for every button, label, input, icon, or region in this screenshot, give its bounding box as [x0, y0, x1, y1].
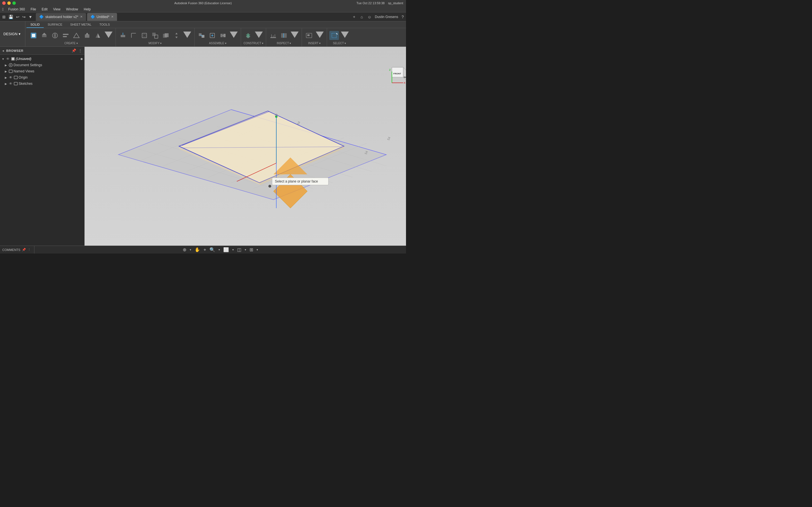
- browser-pin-btn[interactable]: 📌: [71, 48, 76, 53]
- menu-fusion360[interactable]: Fusion 360: [6, 7, 27, 12]
- modify-combine-btn[interactable]: [161, 31, 170, 40]
- tree-item-doc-settings[interactable]: ▶ Document Settings: [0, 62, 84, 68]
- sketches-eye-icon: 👁: [8, 81, 13, 86]
- inspect-measure-btn[interactable]: [268, 31, 278, 40]
- tree-item-origin[interactable]: ▶ 👁 Origin: [0, 74, 84, 80]
- svg-marker-12: [96, 33, 98, 38]
- construct-dropdown-btn[interactable]: [254, 31, 264, 40]
- inspect-dropdown-btn[interactable]: [290, 31, 299, 40]
- tab-untitled-icon: 🔷: [91, 15, 95, 19]
- save-btn[interactable]: 💾: [7, 14, 14, 20]
- visual-style-btn[interactable]: ◫: [237, 246, 242, 253]
- select-window-btn[interactable]: [329, 31, 339, 40]
- assemble-dropdown-btn[interactable]: [229, 31, 239, 40]
- redo-btn[interactable]: ↪: [21, 14, 27, 20]
- svg-marker-14: [105, 32, 112, 38]
- modify-scale-btn[interactable]: [150, 31, 160, 40]
- create-mirror-btn[interactable]: [93, 31, 103, 40]
- menu-view[interactable]: View: [51, 7, 63, 12]
- undo-btn[interactable]: ↩: [15, 14, 20, 20]
- pan-btn[interactable]: ✋: [194, 246, 201, 253]
- ribbon-tab-surface[interactable]: SURFACE: [44, 21, 66, 28]
- env-dropdown[interactable]: ▾: [256, 247, 259, 252]
- home-btn[interactable]: ⌂: [359, 14, 364, 20]
- create-rib-btn[interactable]: [82, 31, 92, 40]
- assemble-rigid-btn[interactable]: [218, 31, 228, 40]
- snap-btn[interactable]: ⊕: [182, 246, 187, 253]
- browser-tree: ▼ 👁 (Unsaved) ⏺ ▶ Document Settings ▶: [0, 55, 84, 245]
- comments-pin-btn[interactable]: 📌: [22, 248, 26, 251]
- sketches-icon: [13, 81, 18, 86]
- menu-edit[interactable]: Edit: [40, 7, 50, 12]
- modify-fillet-btn[interactable]: [129, 31, 139, 40]
- zoom-dropdown[interactable]: ▾: [218, 247, 220, 252]
- create-new-component-btn[interactable]: [29, 31, 38, 40]
- unsaved-record-btn[interactable]: ⏺: [80, 57, 83, 61]
- ribbon-tab-tools[interactable]: TOOLS: [95, 21, 114, 28]
- comments-more-btn[interactable]: ⋮: [28, 248, 31, 251]
- inspect-section-btn[interactable]: [279, 31, 289, 40]
- snap-dropdown[interactable]: ▾: [189, 247, 192, 252]
- window-title: Autodesk Fusion 360 (Education License): [174, 1, 232, 5]
- tab-untitled[interactable]: 🔷 Untitled* ✕: [87, 13, 117, 21]
- ribbon-tab-solid[interactable]: SOLID: [27, 21, 44, 28]
- add-tab-btn[interactable]: ＋: [351, 14, 357, 20]
- create-revolve-btn[interactable]: [50, 31, 60, 40]
- close-button[interactable]: [2, 1, 6, 5]
- tree-item-unsaved[interactable]: ▼ 👁 (Unsaved) ⏺: [0, 56, 84, 62]
- modify-shell-btn[interactable]: [140, 31, 149, 40]
- browser-more-btn[interactable]: ⋮: [79, 48, 82, 53]
- modify-label: MODIFY ▾: [149, 42, 161, 45]
- tab-untitled-close[interactable]: ✕: [111, 15, 114, 18]
- design-dropdown[interactable]: DESIGN: [0, 21, 26, 47]
- insert-label: INSERT ▾: [308, 42, 320, 45]
- titlebar-user: sp_student: [388, 1, 403, 5]
- select-dropdown-btn[interactable]: [340, 31, 350, 40]
- apple-logo: : [2, 7, 4, 11]
- display-mode-btn[interactable]: ⬜: [223, 246, 230, 253]
- svg-point-101: [268, 185, 271, 187]
- create-loft-btn[interactable]: [71, 31, 81, 40]
- construct-offset-plane-btn[interactable]: [243, 31, 253, 40]
- svg-text:54: 54: [387, 136, 391, 141]
- browser-collapse-btn[interactable]: ◂: [2, 49, 4, 53]
- ribbon-tab-sheet-metal[interactable]: SHEET METAL: [66, 21, 95, 28]
- visual-dropdown[interactable]: ▾: [244, 247, 247, 252]
- menu-file[interactable]: File: [29, 7, 38, 12]
- tab-skateboard-close[interactable]: ✕: [80, 15, 83, 18]
- menu-help[interactable]: Help: [82, 7, 93, 12]
- grid-btn[interactable]: ⊞: [1, 14, 7, 20]
- display-dropdown[interactable]: ▾: [232, 247, 234, 252]
- viewport-svg: FRONT RIGHT X Z 54 54 54 Select a plane …: [85, 47, 406, 245]
- more-btn[interactable]: ▼: [28, 14, 34, 20]
- tree-item-sketches[interactable]: ▶ 👁 Sketches: [0, 80, 84, 87]
- unsaved-chevron: ▼: [1, 57, 5, 61]
- svg-marker-23: [175, 33, 177, 38]
- viewcube[interactable]: FRONT RIGHT X Z: [389, 67, 406, 84]
- env-btn[interactable]: ⊞: [249, 246, 254, 253]
- zoom-out-btn[interactable]: 🔍: [209, 246, 216, 253]
- modify-press-pull-btn[interactable]: [118, 31, 128, 40]
- insert-canvas-btn[interactable]: [304, 31, 314, 40]
- create-dropdown-btn[interactable]: [104, 31, 113, 40]
- profile-btn[interactable]: ☺: [366, 14, 372, 20]
- assemble-new-comp-btn[interactable]: [207, 31, 217, 40]
- help-btn[interactable]: ?: [400, 14, 405, 20]
- tab-skateboard[interactable]: 🔷 skateboard holder v2* ✕: [36, 13, 86, 21]
- modify-move-btn[interactable]: [172, 31, 181, 40]
- tree-item-named-views[interactable]: ▶ Named Views: [0, 68, 84, 74]
- minimize-button[interactable]: [7, 1, 11, 5]
- modify-dropdown-btn[interactable]: [183, 31, 192, 40]
- create-extrude-btn[interactable]: [40, 31, 49, 40]
- menu-window[interactable]: Window: [64, 7, 80, 12]
- svg-marker-45: [291, 32, 299, 38]
- svg-point-5: [54, 33, 56, 38]
- viewport[interactable]: FRONT RIGHT X Z 54 54 54 Select a plane …: [85, 47, 406, 245]
- maximize-button[interactable]: [12, 1, 16, 5]
- insert-dropdown-btn[interactable]: [315, 31, 324, 40]
- svg-marker-13: [98, 33, 100, 38]
- assemble-joint-btn[interactable]: [197, 31, 206, 40]
- ribbon-tabs: SOLID SURFACE SHEET METAL TOOLS: [26, 21, 406, 47]
- zoom-fit-btn[interactable]: ⌖: [203, 247, 207, 253]
- create-more-btn[interactable]: [61, 31, 70, 40]
